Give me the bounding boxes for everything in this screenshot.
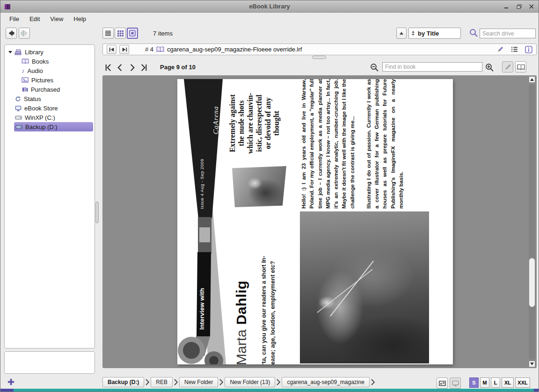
article-headline: MartaDahlig <box>233 259 256 364</box>
pencil-icon <box>496 46 504 53</box>
sidebar-item-purchased[interactable]: Purchased <box>5 85 95 94</box>
size-button-l[interactable]: L <box>491 377 500 388</box>
pen-icon <box>504 64 511 71</box>
scroll-up-button[interactable] <box>529 76 535 83</box>
book-icon <box>156 46 164 52</box>
interview-question: ello Marta, can you give our readers a s… <box>260 213 277 364</box>
sidebar-item-pictures[interactable]: Pictures <box>5 75 95 85</box>
restore-button[interactable] <box>515 2 523 10</box>
collapse-handle[interactable] <box>312 56 326 59</box>
menu-help[interactable]: Help <box>68 14 91 24</box>
highlight-pen-button[interactable] <box>502 61 513 73</box>
chevron-right-icon <box>277 379 280 385</box>
paintbrush-detail <box>330 261 374 316</box>
sidebar-item-status[interactable]: Status <box>5 94 95 103</box>
sidebar-item-label: Library <box>25 49 44 56</box>
size-button-xxl[interactable]: XXL <box>515 377 530 388</box>
next-page-button[interactable] <box>127 62 137 73</box>
sort-asc-icon <box>399 31 404 35</box>
sidebar-item-label: eBook Store <box>24 105 58 112</box>
last-item-button[interactable] <box>119 45 129 54</box>
sidebar-empty-box <box>4 351 95 374</box>
magazine-brand: CgArena <box>212 89 221 134</box>
first-page-button[interactable] <box>102 62 113 73</box>
external-display-button[interactable] <box>450 377 461 389</box>
store-icon <box>15 105 22 111</box>
close-button[interactable] <box>527 2 536 10</box>
toc-list-icon <box>511 46 518 53</box>
scrollbar-thumb[interactable] <box>529 258 535 307</box>
menu-edit[interactable]: Edit <box>24 14 45 24</box>
view-grid-button[interactable] <box>115 28 126 39</box>
prev-page-button[interactable] <box>115 62 125 73</box>
forward-button[interactable] <box>19 28 30 39</box>
breadcrumb-reb[interactable]: REB <box>151 377 173 387</box>
scroll-down-button[interactable] <box>529 361 535 367</box>
breadcrumb-cgarena-magazine[interactable]: cgarena_aug-sep09_magazine <box>282 377 369 387</box>
taskbar-segment <box>0 389 14 392</box>
ebook-library-window: eBook Library File Edit View Help <box>0 0 539 392</box>
sidebar-item-library[interactable]: Library <box>5 47 95 57</box>
annotate-button[interactable] <box>496 46 504 53</box>
sort-dropdown[interactable]: by Title <box>408 28 461 39</box>
vertical-scrollbar-track[interactable] <box>529 84 535 360</box>
sidebar-item-label: Backup (D:) <box>25 123 58 131</box>
find-in-book-input[interactable] <box>382 62 482 72</box>
first-item-button[interactable] <box>107 45 117 54</box>
view-list-button[interactable] <box>102 28 114 39</box>
cover-view-icon <box>129 30 136 36</box>
back-button[interactable] <box>6 28 17 39</box>
page-indicator: Page 9 of 10 <box>160 64 196 71</box>
toc-button[interactable] <box>511 46 518 53</box>
grid-icon <box>117 30 124 36</box>
up-arrow-icon <box>530 78 534 81</box>
expander-icon[interactable] <box>8 51 12 53</box>
breadcrumb-new-folder-13[interactable]: New Folder (13) <box>225 377 275 387</box>
sidebar-item-books[interactable]: Books <box>5 57 95 66</box>
book-view-button[interactable] <box>515 61 526 73</box>
library-tree-panel: Library Books ♪ Audio Pictures Purchased <box>4 44 95 348</box>
menu-file[interactable]: File <box>4 14 24 24</box>
book-header-bar: # 4 cgarena_aug-sep09_magazine-Floeee ov… <box>102 44 537 55</box>
sidebar-item-audio[interactable]: ♪ Audio <box>5 66 95 75</box>
skip-last-icon <box>121 47 128 52</box>
drive-icon <box>15 115 22 120</box>
artwork-image <box>300 211 429 363</box>
sidebar-item-backup-d[interactable]: Backup (D:) <box>14 122 93 131</box>
panel-splitter-grip[interactable] <box>95 202 99 223</box>
sidebar-item-winxp-c[interactable]: WinXP (C:) <box>5 113 95 122</box>
size-button-xl[interactable]: XL <box>502 377 514 388</box>
info-button[interactable] <box>525 46 532 53</box>
breadcrumb-new-folder[interactable]: New Folder <box>179 377 218 387</box>
title-bar: eBook Library <box>0 0 539 13</box>
view-cover-button[interactable] <box>127 28 138 39</box>
info-icon <box>525 46 532 53</box>
sort-label: by Title <box>418 30 439 37</box>
size-button-s[interactable]: S <box>469 377 479 388</box>
window-title: eBook Library <box>0 0 539 12</box>
fit-to-screen-button[interactable] <box>437 377 448 389</box>
open-book-icon <box>517 64 525 70</box>
search-input[interactable] <box>480 29 536 38</box>
chevron-right-icon <box>371 379 375 385</box>
minimize-button[interactable] <box>502 2 510 10</box>
book-title: cgarena_aug-sep09_magazine-Floeee overri… <box>167 46 302 53</box>
sidebar-item-ebook-store[interactable]: eBook Store <box>5 103 95 113</box>
sort-direction-button[interactable] <box>396 28 407 39</box>
zoom-out-button[interactable] <box>369 62 379 73</box>
breadcrumb-backup-d[interactable]: Backup (D:) <box>102 377 144 387</box>
picture-icon <box>22 77 29 83</box>
prev-page-icon <box>116 63 124 72</box>
zoom-in-icon <box>485 63 494 72</box>
sidebar-item-label: Purchased <box>31 86 60 93</box>
last-page-button[interactable] <box>139 62 149 73</box>
status-refresh-icon <box>15 96 21 102</box>
zoom-in-button[interactable] <box>484 62 495 73</box>
size-button-m[interactable]: M <box>480 377 489 388</box>
magazine-issue: Issue 4 Aug - Sep 2009 <box>199 141 206 209</box>
purchased-books-icon <box>22 87 28 92</box>
back-arrow-icon <box>7 29 16 38</box>
sidebar-item-label: Books <box>32 58 49 65</box>
add-button[interactable] <box>5 376 16 387</box>
menu-view[interactable]: View <box>45 14 68 24</box>
